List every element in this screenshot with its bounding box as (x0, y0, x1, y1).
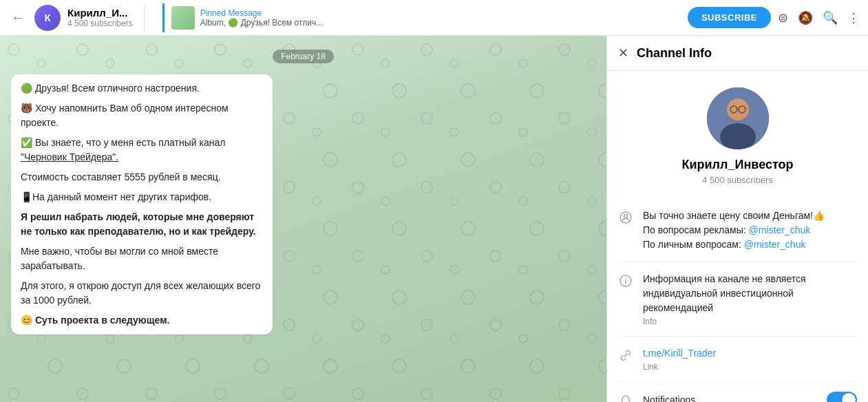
header-icons: ⊜ 🔕 🔍 ⋮ (778, 10, 860, 25)
message-bubble: 🟢 Друзья! Всем отличного настроения. 🐻 Х… (11, 74, 273, 335)
notifications-row: Notifications (618, 382, 857, 402)
pinned-message[interactable]: Pinned Message Album, 🟢 Друзья! Всем отл… (162, 3, 330, 32)
notifications-content: Notifications (643, 392, 857, 402)
ad-link[interactable]: @mister_chuk (749, 224, 811, 235)
channel-info-header: Кирилл_И... 4 500 subscribers (67, 7, 133, 28)
link-url[interactable]: t.me/Kirill_Trader (643, 346, 857, 361)
mute-icon[interactable]: 🔕 (798, 10, 813, 25)
msg-line7: Мне важно, чтобы вы могли со мной вместе… (21, 244, 263, 273)
description-row: Вы точно знаете цену своим Деньгам!👍 По … (618, 199, 857, 262)
info-row: Информация на канале не является индивид… (618, 262, 857, 337)
notifications-toggle[interactable] (827, 392, 857, 402)
link-label: Link (643, 362, 857, 372)
panel-avatar (707, 87, 769, 149)
info-content: Информация на канале не является индивид… (643, 272, 857, 326)
header: ← К Кирилл_И... 4 500 subscribers Pinned… (0, 0, 868, 36)
personal-link[interactable]: @mister_chuk (744, 239, 806, 250)
chat-area: February 18 🟢 Друзья! Всем отличного нас… (0, 36, 606, 402)
pinned-label: Pinned Message (200, 8, 323, 18)
link-content: t.me/Kirill_Trader Link (643, 346, 857, 372)
msg-line6: Я решил набрать людей, которые мне довер… (21, 210, 263, 239)
divider (144, 6, 145, 30)
panel-header: ✕ Channel Info (607, 36, 868, 71)
svg-point-7 (624, 215, 628, 218)
contact-icon (618, 210, 633, 225)
channel-name: Кирилл_И... (67, 7, 133, 19)
bell-icon (618, 393, 633, 402)
panel-title: Channel Info (637, 46, 857, 61)
panel-info-sections: Вы точно знаете цену своим Деньгам!👍 По … (607, 199, 868, 402)
channel-info-panel: ✕ Channel Info (606, 36, 868, 402)
back-button[interactable]: ← (8, 7, 28, 28)
description-content: Вы точно знаете цену своим Деньгам!👍 По … (643, 209, 857, 252)
description-text: Вы точно знаете цену своим Деньгам!👍 По … (643, 209, 857, 252)
msg-line1: 🟢 Друзья! Всем отличного настроения. (21, 81, 263, 96)
pinned-thumb (171, 6, 195, 30)
info-text: Информация на канале не является индивид… (643, 272, 857, 315)
panel-subscribers-count: 4 500 subscribers (702, 175, 773, 185)
msg-line3: ✅ Вы знаете, что у меня есть платный кан… (21, 136, 263, 165)
notifications-label: Notifications (643, 393, 827, 403)
header-left: ← К Кирилл_И... 4 500 subscribers Pinned… (8, 3, 681, 32)
notifications-label-row: Notifications (643, 392, 857, 402)
pinned-text: Pinned Message Album, 🟢 Друзья! Всем отл… (200, 8, 323, 28)
pinned-preview: Album, 🟢 Друзья! Всем отлич... (200, 18, 323, 28)
avatar-svg (707, 87, 769, 149)
msg-line9: 😊 Суть проекта в следующем. (21, 313, 263, 328)
svg-point-10 (625, 278, 626, 279)
info-icon (618, 273, 633, 288)
msg-line4: Стоимость составляет 5555 рублей в месяц… (21, 170, 263, 184)
msg-line2: 🐻 Хочу напомнить Вам об одном интересном… (21, 101, 263, 130)
main-content: February 18 🟢 Друзья! Всем отличного нас… (0, 36, 868, 402)
link-row: t.me/Kirill_Trader Link (618, 337, 857, 382)
panel-channel-name: Кирилл_Инвестор (682, 158, 794, 172)
more-icon[interactable]: ⋮ (847, 10, 860, 25)
panel-close-button[interactable]: ✕ (618, 45, 628, 61)
info-label: Info (643, 317, 857, 326)
msg-line5: 📱На данный момент нет других тарифов. (21, 190, 263, 204)
channel-avatar: К (34, 5, 61, 31)
subscribe-button[interactable]: SUBSCRIBE (688, 7, 771, 28)
panel-avatar-inner (707, 87, 769, 149)
link-icon (618, 348, 633, 363)
channel-subscribers: 4 500 subscribers (67, 19, 133, 28)
msg-line8: Для этого, я открою доступ для всех жела… (21, 279, 263, 308)
search-icon[interactable]: 🔍 (823, 10, 838, 25)
filter-icon[interactable]: ⊜ (778, 10, 788, 25)
panel-avatar-section: Кирилл_Инвестор 4 500 subscribers (607, 71, 868, 199)
